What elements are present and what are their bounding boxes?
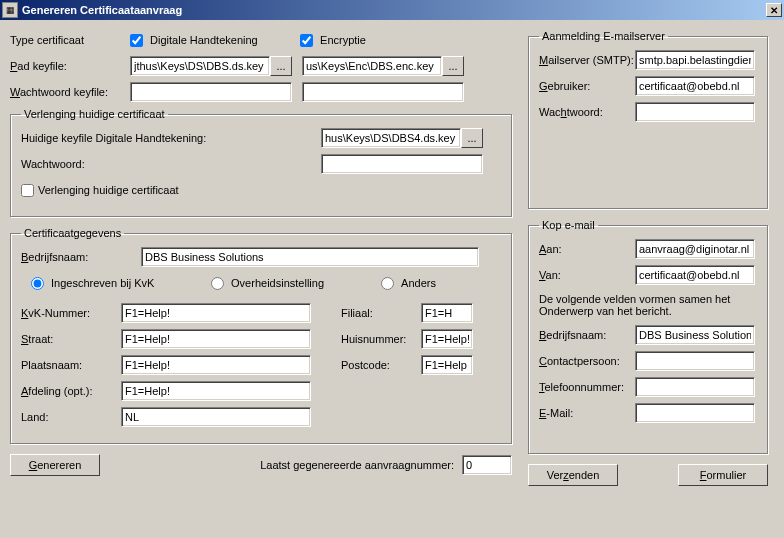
browse-enc-button[interactable]: ... (442, 56, 464, 76)
smtp-input[interactable] (635, 50, 755, 70)
huisnummer-label: Huisnummer: (341, 333, 421, 345)
laatst-nummer-input[interactable] (462, 455, 512, 475)
email-input[interactable] (635, 403, 755, 423)
kvk-radio-label: Ingeschreven bij KvK (51, 277, 154, 289)
browse-ds-button[interactable]: ... (270, 56, 292, 76)
kop-bedrijf-label: Bedrijfsnaam: (539, 329, 635, 341)
contact-input[interactable] (635, 351, 755, 371)
kvk-nummer-label: KvK-Nummer: (21, 307, 121, 319)
huidige-keyfile-input[interactable] (321, 128, 461, 148)
aanmelding-legend: Aanmelding E-mailserver (539, 30, 668, 42)
plaatsnaam-label: Plaatsnaam: (21, 359, 121, 371)
browse-huidige-button[interactable]: ... (461, 128, 483, 148)
window-title: Genereren Certificaataanvraag (22, 4, 766, 16)
telefoon-input[interactable] (635, 377, 755, 397)
genereren-button[interactable]: Genereren (10, 454, 100, 476)
plaatsnaam-input[interactable] (121, 355, 311, 375)
verzenden-button[interactable]: Verzenden (528, 464, 618, 486)
smtp-label: Mailserver (SMTP): (539, 54, 635, 66)
pad-keyfile-label: Pad keyfile: (10, 60, 130, 72)
anders-radio-label: Anders (401, 277, 436, 289)
encryptie-label: Encryptie (320, 34, 366, 46)
verlenging-legend: Verlenging huidige certificaat (21, 108, 168, 120)
van-input[interactable] (635, 265, 755, 285)
digitale-handtekening-label: Digitale Handtekening (150, 34, 258, 46)
straat-label: Straat: (21, 333, 121, 345)
aanmelding-group: Aanmelding E-mailserver Mailserver (SMTP… (528, 30, 768, 209)
kop-email-group: Kop e-mail Aan: Van: De volgende velden … (528, 219, 768, 454)
afdeling-input[interactable] (121, 381, 311, 401)
anders-radio[interactable] (381, 277, 394, 290)
laatst-nummer-label: Laatst gegenereerde aanvraagnummer: (100, 459, 462, 471)
afdeling-label: Afdeling (opt.): (21, 385, 121, 397)
kop-email-legend: Kop e-mail (539, 219, 598, 231)
bedrijfsnaam-input[interactable] (141, 247, 479, 267)
titlebar: ▦ Genereren Certificaataanvraag ✕ (0, 0, 784, 20)
land-input[interactable] (121, 407, 311, 427)
encryptie-checkbox[interactable] (300, 34, 313, 47)
gebruiker-label: Gebruiker: (539, 80, 635, 92)
aan-label: Aan: (539, 243, 635, 255)
app-icon: ▦ (2, 2, 18, 18)
postcode-input[interactable] (421, 355, 473, 375)
telefoon-label: Telefoonnummer: (539, 381, 635, 393)
contact-label: Contactpersoon: (539, 355, 635, 367)
van-label: Van: (539, 269, 635, 281)
type-label: Type certificaat (10, 34, 130, 46)
gebruiker-input[interactable] (635, 76, 755, 96)
wachtwoord-keyfile-label: Wachtwoord keyfile: (10, 86, 130, 98)
kvk-radio[interactable] (31, 277, 44, 290)
overheid-radio-label: Overheidsinstelling (231, 277, 324, 289)
filiaal-label: Filiaal: (341, 307, 421, 319)
onderwerp-info: De volgende velden vormen samen het Onde… (539, 293, 757, 317)
formulier-button[interactable]: Formulier (678, 464, 768, 486)
huidige-keyfile-label: Huidige keyfile Digitale Handtekening: (21, 132, 321, 144)
verlenging-checkbox-label: Verlenging huidige certificaat (38, 184, 179, 196)
kvk-nummer-input[interactable] (121, 303, 311, 323)
filiaal-input[interactable] (421, 303, 473, 323)
verlenging-checkbox[interactable] (21, 184, 34, 197)
verleng-wachtwoord-label: Wachtwoord: (21, 158, 321, 170)
mail-wachtwoord-input[interactable] (635, 102, 755, 122)
certificaatgegevens-group: Certificaatgegevens Bedrijfsnaam: Ingesc… (10, 227, 512, 444)
land-label: Land: (21, 411, 121, 423)
postcode-label: Postcode: (341, 359, 421, 371)
mail-wachtwoord-label: Wachtwoord: (539, 106, 635, 118)
wachtwoord-ds-input[interactable] (130, 82, 292, 102)
pad-ds-input[interactable] (130, 56, 270, 76)
wachtwoord-enc-input[interactable] (302, 82, 464, 102)
verleng-wachtwoord-input[interactable] (321, 154, 483, 174)
straat-input[interactable] (121, 329, 311, 349)
huisnummer-input[interactable] (421, 329, 473, 349)
kop-bedrijf-input[interactable] (635, 325, 755, 345)
email-label: E-Mail: (539, 407, 635, 419)
verlenging-group: Verlenging huidige certificaat Huidige k… (10, 108, 512, 217)
overheid-radio[interactable] (211, 277, 224, 290)
certificaatgegevens-legend: Certificaatgegevens (21, 227, 124, 239)
aan-input[interactable] (635, 239, 755, 259)
close-button[interactable]: ✕ (766, 3, 782, 17)
digitale-handtekening-checkbox[interactable] (130, 34, 143, 47)
pad-enc-input[interactable] (302, 56, 442, 76)
bedrijfsnaam-label: Bedrijfsnaam: (21, 251, 141, 263)
